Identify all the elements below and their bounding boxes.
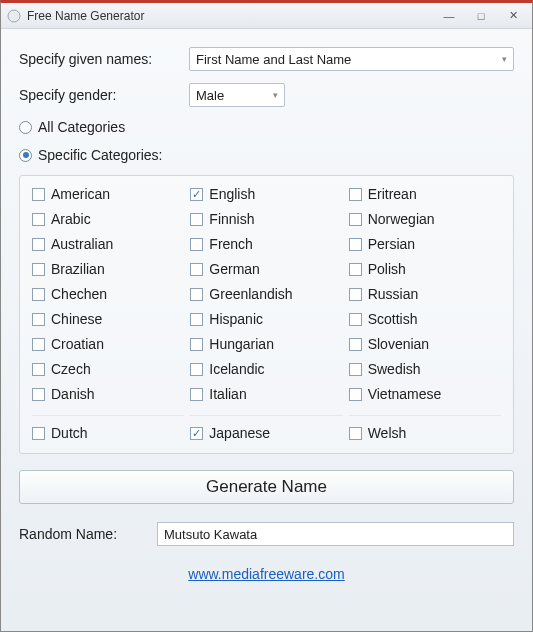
checkbox-icon (349, 338, 362, 351)
given-names-select[interactable]: First Name and Last Name ▾ (189, 47, 514, 71)
maximize-button[interactable]: □ (468, 7, 494, 25)
all-categories-label: All Categories (38, 119, 125, 135)
category-label: Icelandic (209, 361, 264, 377)
category-checkbox[interactable]: Icelandic (190, 361, 342, 377)
category-label: Polish (368, 261, 406, 277)
category-checkbox[interactable]: Arabic (32, 211, 184, 227)
category-label: Scottish (368, 311, 418, 327)
category-checkbox[interactable]: Hispanic (190, 311, 342, 327)
specific-categories-option[interactable]: Specific Categories: (19, 147, 514, 163)
category-label: Welsh (368, 425, 407, 441)
gender-label: Specify gender: (19, 87, 179, 103)
app-window: Free Name Generator — □ ✕ Specify given … (0, 0, 533, 632)
category-checkbox[interactable]: Welsh (349, 415, 501, 441)
specific-categories-label: Specific Categories: (38, 147, 163, 163)
radio-icon (19, 149, 32, 162)
checkbox-icon (190, 313, 203, 326)
checkbox-icon (349, 263, 362, 276)
category-checkbox[interactable]: Vietnamese (349, 386, 501, 402)
category-checkbox[interactable]: Danish (32, 386, 184, 402)
category-checkbox[interactable]: ✓Japanese (190, 415, 342, 441)
minimize-button[interactable]: — (436, 7, 462, 25)
category-checkbox[interactable]: Italian (190, 386, 342, 402)
category-checkbox[interactable]: Dutch (32, 415, 184, 441)
close-button[interactable]: ✕ (500, 7, 526, 25)
checkbox-icon (32, 427, 45, 440)
category-label: Chinese (51, 311, 102, 327)
category-label: Italian (209, 386, 246, 402)
category-label: Swedish (368, 361, 421, 377)
category-checkbox[interactable]: Polish (349, 261, 501, 277)
content-area: Specify given names: First Name and Last… (1, 29, 532, 631)
chevron-down-icon: ▾ (273, 90, 278, 100)
checkbox-icon (32, 313, 45, 326)
checkbox-icon (349, 388, 362, 401)
category-checkbox[interactable]: Norwegian (349, 211, 501, 227)
category-checkbox[interactable]: Slovenian (349, 336, 501, 352)
footer: www.mediafreeware.com (19, 558, 514, 592)
category-label: Czech (51, 361, 91, 377)
category-checkbox[interactable]: Eritrean (349, 186, 501, 202)
checkbox-icon (32, 213, 45, 226)
category-checkbox[interactable]: Brazilian (32, 261, 184, 277)
all-categories-option[interactable]: All Categories (19, 119, 514, 135)
category-label: Hungarian (209, 336, 274, 352)
category-label: Russian (368, 286, 419, 302)
checkbox-icon (32, 338, 45, 351)
result-row: Random Name: Mutsuto Kawata (19, 522, 514, 546)
checkbox-icon (190, 263, 203, 276)
category-label: Dutch (51, 425, 88, 441)
category-label: Greenlandish (209, 286, 292, 302)
gender-select[interactable]: Male ▾ (189, 83, 285, 107)
category-checkbox[interactable]: Hungarian (190, 336, 342, 352)
category-label: Persian (368, 236, 415, 252)
category-checkbox[interactable]: Czech (32, 361, 184, 377)
category-label: French (209, 236, 253, 252)
checkbox-icon: ✓ (190, 427, 203, 440)
svg-point-0 (8, 10, 20, 22)
category-label: Hispanic (209, 311, 263, 327)
category-label: Slovenian (368, 336, 430, 352)
gender-value: Male (196, 88, 224, 103)
footer-link[interactable]: www.mediafreeware.com (188, 566, 344, 582)
checkbox-icon (349, 238, 362, 251)
checkbox-icon (349, 313, 362, 326)
given-names-label: Specify given names: (19, 51, 179, 67)
category-checkbox[interactable]: French (190, 236, 342, 252)
checkbox-icon (349, 427, 362, 440)
category-checkbox[interactable]: Chechen (32, 286, 184, 302)
given-names-value: First Name and Last Name (196, 52, 351, 67)
checkbox-icon (190, 363, 203, 376)
category-checkbox[interactable]: Swedish (349, 361, 501, 377)
category-checkbox[interactable]: Australian (32, 236, 184, 252)
radio-icon (19, 121, 32, 134)
category-checkbox[interactable]: Scottish (349, 311, 501, 327)
checkbox-icon (32, 188, 45, 201)
category-checkbox[interactable]: American (32, 186, 184, 202)
category-checkbox[interactable]: Russian (349, 286, 501, 302)
checkbox-icon (190, 238, 203, 251)
checkbox-icon: ✓ (190, 188, 203, 201)
category-checkbox[interactable]: Greenlandish (190, 286, 342, 302)
category-label: Croatian (51, 336, 104, 352)
category-checkbox[interactable]: Finnish (190, 211, 342, 227)
checkbox-icon (32, 263, 45, 276)
random-name-field[interactable]: Mutsuto Kawata (157, 522, 514, 546)
checkbox-icon (349, 363, 362, 376)
category-label: Finnish (209, 211, 254, 227)
checkbox-icon (190, 288, 203, 301)
gender-row: Specify gender: Male ▾ (19, 83, 514, 107)
window-title: Free Name Generator (27, 9, 430, 23)
category-checkbox[interactable]: Persian (349, 236, 501, 252)
checkbox-icon (32, 238, 45, 251)
category-label: Brazilian (51, 261, 105, 277)
category-checkbox[interactable]: Chinese (32, 311, 184, 327)
category-checkbox[interactable]: ✓English (190, 186, 342, 202)
titlebar: Free Name Generator — □ ✕ (1, 3, 532, 29)
generate-button-label: Generate Name (206, 477, 327, 497)
category-checkbox[interactable]: German (190, 261, 342, 277)
generate-button[interactable]: Generate Name (19, 470, 514, 504)
category-checkbox[interactable]: Croatian (32, 336, 184, 352)
category-label: Chechen (51, 286, 107, 302)
checkbox-icon (349, 188, 362, 201)
